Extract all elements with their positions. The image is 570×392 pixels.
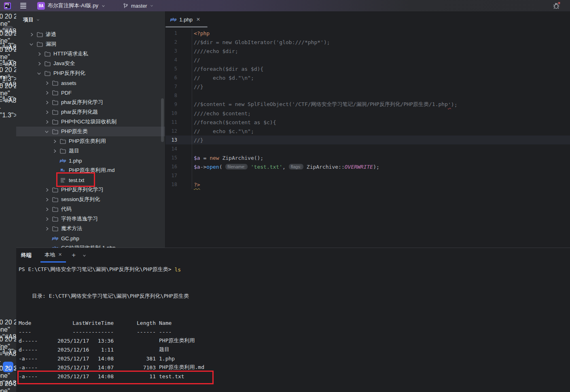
code-view[interactable]: 1<?php2//$dir = new GlobIterator('glob:/… [165, 29, 570, 189]
close-icon[interactable]: ✕ [196, 17, 200, 22]
tree-item[interactable]: PHP中GC垃圾回收机制 [16, 117, 165, 127]
git-branch-widget[interactable]: master [123, 3, 154, 9]
tree-item[interactable]: php1.php [16, 156, 165, 165]
title-bar: PS 0A 布尔盲注脚本-AI版.py master [0, 0, 570, 11]
more-icon[interactable]: ox="0 0 20 20" fill="none" stroke="#A8AB… [3, 95, 13, 106]
chevron-right-icon[interactable] [44, 109, 50, 115]
chevron-right-icon[interactable] [44, 80, 50, 86]
terminal-line [19, 309, 570, 318]
chevron-right-icon[interactable] [36, 60, 42, 67]
code-line-text [192, 91, 194, 100]
col-name: 题目 [156, 346, 170, 353]
tree-item[interactable]: HTTP请求走私 [16, 49, 165, 59]
code-line[interactable]: 18?> [165, 180, 570, 189]
code-line[interactable]: 14 [165, 144, 570, 153]
col-mode: d----- [19, 338, 57, 344]
chevron-down-icon[interactable] [36, 70, 42, 76]
tree-item[interactable]: phpGC垃圾回收机制-1.php [16, 243, 165, 248]
tree-item[interactable]: PDF [16, 88, 165, 97]
tree-item[interactable]: 魔术方法 [16, 224, 165, 233]
tree-item[interactable]: M↓PHP原生类利用.md [16, 165, 165, 175]
editor-tab-1php[interactable]: php 1.php ✕ [165, 11, 206, 28]
code-token: //$dir = new GlobIterator('glob:///*php*… [194, 39, 330, 45]
php-file-icon: php [59, 157, 66, 164]
chevron-right-icon[interactable] [44, 196, 50, 203]
tree-item-label: PHP原生类 [61, 128, 88, 135]
chevron-right-icon[interactable] [44, 89, 50, 96]
chevron-right-icon[interactable] [44, 216, 50, 222]
tree-item[interactable]: assets [16, 78, 165, 88]
terminal-output[interactable]: PS E:\CTF\网络安全学习笔记\漏洞\PHP反序列化\PHP原生类> ls… [19, 265, 570, 381]
chevron-right-icon[interactable] [44, 186, 50, 193]
tree-item[interactable]: session反序列化 [16, 195, 165, 204]
chevron-right-icon[interactable] [51, 148, 58, 154]
close-icon[interactable]: ✕ [58, 252, 62, 257]
code-line[interactable]: 4// [165, 55, 570, 64]
tree-item[interactable]: phar反序列化题 [16, 107, 165, 117]
code-line[interactable]: 6// echo $d."\n"; [165, 73, 570, 82]
chevron-down-icon[interactable] [28, 41, 35, 47]
terminal-tool-label[interactable]: 终端 [21, 252, 32, 259]
terminal-tab-local[interactable]: 本地 ✕ [40, 248, 66, 263]
project-panel-header[interactable]: 项目 [23, 16, 40, 23]
code-line[interactable]: 12// echo $c."\n"; [165, 127, 570, 136]
tree-item[interactable]: PHP原生类利用 [16, 136, 165, 146]
col-name: PHP原生类利用.md [156, 364, 204, 371]
chevron-down-icon[interactable] [82, 253, 87, 258]
code-line[interactable]: 10////echo $content; [165, 109, 570, 118]
folder-icon [52, 89, 59, 96]
code-line[interactable]: 8 [165, 91, 570, 100]
tree-item[interactable]: Java安全 [16, 59, 165, 68]
chevron-down-icon[interactable] [44, 128, 50, 135]
code-line-text: ?> [192, 180, 200, 189]
tree-item[interactable]: phar反序列化学习 [16, 97, 165, 107]
chevron-right-icon[interactable] [44, 225, 50, 232]
chevron-right-icon[interactable] [36, 51, 42, 57]
terminal-listing-row: -a----2025/12/1714:083811.php [19, 354, 570, 363]
tree-item[interactable]: PHP反序列化学习 [16, 185, 165, 195]
tree-item-label: PHP反序列化 [53, 70, 85, 77]
tree-item[interactable]: PHP反序列化 [16, 68, 165, 78]
tree-item[interactable]: 漏洞 [16, 39, 165, 49]
code-token: ); [451, 102, 458, 108]
code-line[interactable]: 16$a->open( filename: 'test.txt', flags:… [165, 162, 570, 171]
code-line-text: ////echo $content; [192, 109, 251, 118]
tree-item[interactable]: test.txt [16, 175, 165, 185]
tree-item[interactable]: phpGC.php [16, 233, 165, 243]
chevron-spacer [44, 245, 50, 248]
chevron-right-icon[interactable] [44, 99, 50, 106]
debug-listener-icon[interactable] [552, 1, 561, 10]
main-menu-icon[interactable] [20, 3, 26, 8]
editor-area[interactable]: php 1.php ✕ 1<?php2//$dir = new GlobIter… [165, 11, 570, 248]
code-line[interactable]: 15$a = new ZipArchive(); [165, 153, 570, 162]
chevron-right-icon[interactable] [51, 138, 58, 144]
run-icon[interactable]: ox="0 0 20 20" fill="none" stroke="#A8AB… [3, 349, 13, 359]
tree-item[interactable]: 渗透 [16, 30, 165, 39]
new-terminal-icon[interactable]: + [72, 251, 76, 259]
code-line[interactable]: 9//$content = new SplFileObject('/CTF/网络… [165, 100, 570, 109]
chevron-right-icon[interactable] [28, 31, 35, 38]
code-line[interactable]: 17 [165, 171, 570, 180]
tree-item[interactable]: PHP原生类 [16, 127, 165, 136]
tree-item[interactable]: 字符串逃逸学习 [16, 214, 165, 224]
project-widget[interactable]: 0A 布尔盲注脚本-AI版.py [37, 2, 106, 10]
phpstorm-logo-icon[interactable]: PS [4, 2, 11, 9]
tree-item[interactable]: 题目 [16, 146, 165, 156]
col-date: 2025/12/17 [57, 338, 86, 344]
chevron-right-icon[interactable] [44, 206, 50, 212]
code-line[interactable]: 3////echo $dir; [165, 47, 570, 55]
code-line[interactable]: 5//foreach($dir as $d){ [165, 64, 570, 73]
code-line[interactable]: 7//} [165, 82, 570, 91]
code-line[interactable]: 2//$dir = new GlobIterator('glob:///*php… [165, 38, 570, 47]
tree-item[interactable]: 代码 [16, 204, 165, 214]
chevron-right-icon[interactable] [44, 119, 50, 125]
terminal-tool-window: 终端 本地 ✕ + PS E:\CTF\网络安全学习笔记\漏洞\PHP反序列化\… [16, 248, 570, 392]
code-line[interactable]: 11//foreach($content as $c){ [165, 118, 570, 127]
col-mode: d----- [19, 347, 57, 353]
code-line[interactable]: 13//} [165, 136, 570, 144]
project-tree-scrollbar[interactable] [161, 98, 164, 142]
code-line[interactable]: 1<?php [165, 29, 570, 38]
folder-icon [36, 41, 43, 47]
code-token: //foreach($dir as $d){ [194, 66, 263, 72]
col-name: ---- [156, 329, 172, 335]
